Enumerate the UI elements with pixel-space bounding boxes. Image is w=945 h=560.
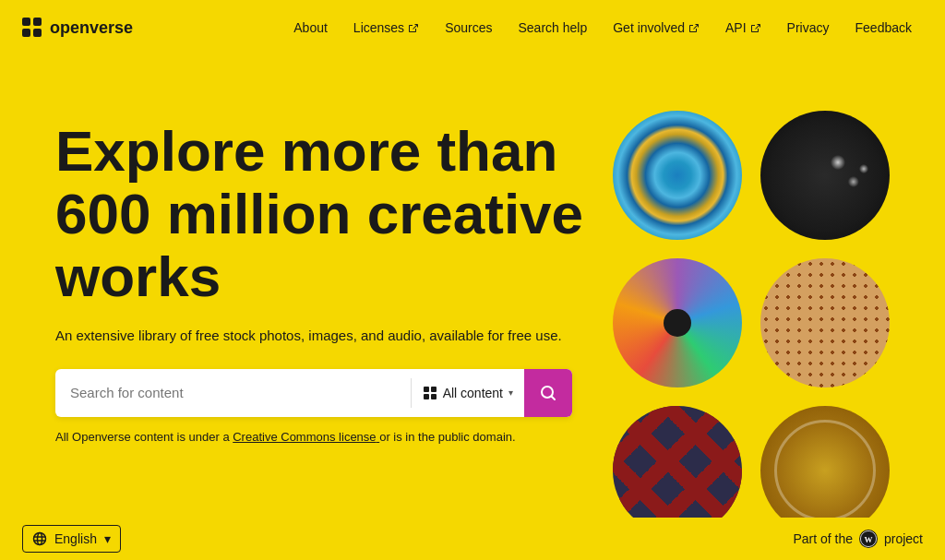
content-type-label: All content xyxy=(443,386,503,400)
image-dark-texture xyxy=(760,111,890,240)
brand-logo[interactable]: openverse xyxy=(22,18,133,38)
navbar: openverse About Licenses Sources Search … xyxy=(0,0,945,55)
svg-rect-3 xyxy=(431,394,437,399)
brand-name: openverse xyxy=(50,18,133,38)
image-vinyl xyxy=(613,258,742,387)
image-fabric xyxy=(613,406,742,535)
license-note: All Openverse content is under a Creativ… xyxy=(55,430,613,444)
svg-rect-0 xyxy=(424,387,429,392)
image-dots xyxy=(760,258,890,387)
nav-api[interactable]: API xyxy=(714,15,772,41)
globe-icon xyxy=(32,531,47,546)
nav-links: About Licenses Sources Search help Get i… xyxy=(282,15,923,41)
external-link-icon-2 xyxy=(688,22,700,33)
wordpress-icon: W xyxy=(858,529,879,549)
nav-sources[interactable]: Sources xyxy=(434,15,503,41)
language-label: English xyxy=(54,531,97,546)
creative-commons-link[interactable]: Creative Commons license xyxy=(233,430,379,444)
search-icon xyxy=(539,384,557,402)
search-input[interactable] xyxy=(55,369,411,417)
chevron-icon: ▾ xyxy=(104,531,111,546)
svg-rect-1 xyxy=(431,387,437,392)
hero-section: Explore more than 600 million creative w… xyxy=(55,92,613,444)
image-mandala xyxy=(613,111,742,240)
content-type-dropdown[interactable]: All content ▾ xyxy=(412,386,524,400)
footer: English ▾ Part of the W project xyxy=(0,518,945,560)
language-selector[interactable]: English ▾ xyxy=(22,525,121,553)
footer-wordpress-note: Part of the W project xyxy=(793,529,923,549)
search-bar: All content ▾ xyxy=(55,369,572,417)
svg-text:W: W xyxy=(864,535,872,544)
nav-get-involved[interactable]: Get involved xyxy=(602,15,711,41)
svg-point-6 xyxy=(38,533,42,545)
search-button[interactable] xyxy=(524,369,572,417)
nav-feedback[interactable]: Feedback xyxy=(844,15,923,41)
nav-licenses[interactable]: Licenses xyxy=(342,15,430,41)
nav-privacy[interactable]: Privacy xyxy=(776,15,841,41)
external-link-icon-3 xyxy=(750,22,761,33)
nav-search-help[interactable]: Search help xyxy=(507,15,598,41)
hero-subtitle: An extensive library of free stock photo… xyxy=(55,328,613,343)
image-coin xyxy=(760,406,890,535)
svg-point-5 xyxy=(34,533,46,545)
nav-about[interactable]: About xyxy=(282,15,339,41)
brand-icon xyxy=(22,18,42,38)
svg-rect-2 xyxy=(424,394,429,399)
external-link-icon xyxy=(408,22,419,33)
main-content: Explore more than 600 million creative w… xyxy=(0,55,945,535)
hero-image-grid xyxy=(613,92,890,535)
chevron-down-icon: ▾ xyxy=(508,387,513,398)
hero-title: Explore more than 600 million creative w… xyxy=(55,120,613,309)
grid-icon xyxy=(423,386,437,400)
